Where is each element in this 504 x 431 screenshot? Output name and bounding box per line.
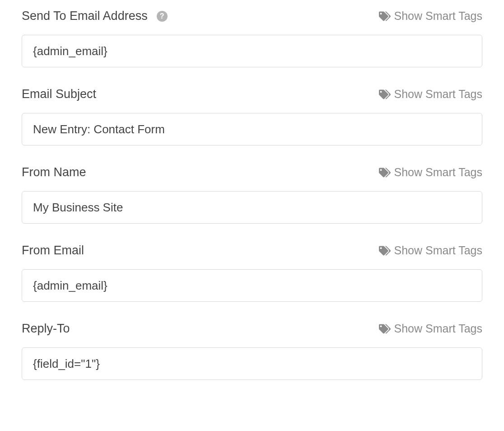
show-smart-tags-link[interactable]: Show Smart Tags: [379, 88, 482, 101]
field-label-wrap: Send To Email Address ?: [22, 9, 168, 23]
show-smart-tags-link[interactable]: Show Smart Tags: [379, 244, 482, 257]
field-header: Email Subject Show Smart Tags: [22, 87, 482, 101]
field-header: From Email Show Smart Tags: [22, 244, 482, 258]
tags-icon: [379, 167, 391, 178]
show-smart-tags-link[interactable]: Show Smart Tags: [379, 9, 482, 23]
tags-icon: [379, 10, 391, 22]
reply-to-label: Reply-To: [22, 322, 70, 336]
field-group-from-name: From Name Show Smart Tags: [22, 165, 482, 224]
send-to-label: Send To Email Address: [22, 9, 148, 23]
field-label-wrap: Email Subject: [22, 87, 96, 101]
smart-tags-label: Show Smart Tags: [394, 88, 482, 101]
show-smart-tags-link[interactable]: Show Smart Tags: [379, 166, 482, 179]
smart-tags-label: Show Smart Tags: [394, 244, 482, 257]
subject-label: Email Subject: [22, 87, 96, 101]
reply-to-input[interactable]: [22, 347, 482, 380]
field-group-from-email: From Email Show Smart Tags: [22, 244, 482, 302]
field-label-wrap: From Email: [22, 244, 84, 258]
show-smart-tags-link[interactable]: Show Smart Tags: [379, 322, 482, 335]
tags-icon: [379, 323, 391, 335]
from-email-label: From Email: [22, 244, 84, 258]
from-name-input[interactable]: [22, 191, 482, 224]
tags-icon: [379, 89, 391, 100]
smart-tags-label: Show Smart Tags: [394, 322, 482, 335]
help-icon[interactable]: ?: [157, 11, 168, 22]
field-header: Send To Email Address ? Show Smart Tags: [22, 9, 482, 23]
field-header: Reply-To Show Smart Tags: [22, 322, 482, 336]
smart-tags-label: Show Smart Tags: [394, 9, 482, 23]
field-label-wrap: From Name: [22, 165, 86, 179]
from-email-input[interactable]: [22, 269, 482, 302]
from-name-label: From Name: [22, 165, 86, 179]
field-group-subject: Email Subject Show Smart Tags: [22, 87, 482, 145]
subject-input[interactable]: [22, 113, 482, 145]
field-label-wrap: Reply-To: [22, 322, 70, 336]
field-group-send-to: Send To Email Address ? Show Smart Tags: [22, 9, 482, 67]
field-group-reply-to: Reply-To Show Smart Tags: [22, 322, 482, 380]
tags-icon: [379, 245, 391, 257]
smart-tags-label: Show Smart Tags: [394, 166, 482, 179]
field-header: From Name Show Smart Tags: [22, 165, 482, 179]
send-to-input[interactable]: [22, 35, 482, 67]
